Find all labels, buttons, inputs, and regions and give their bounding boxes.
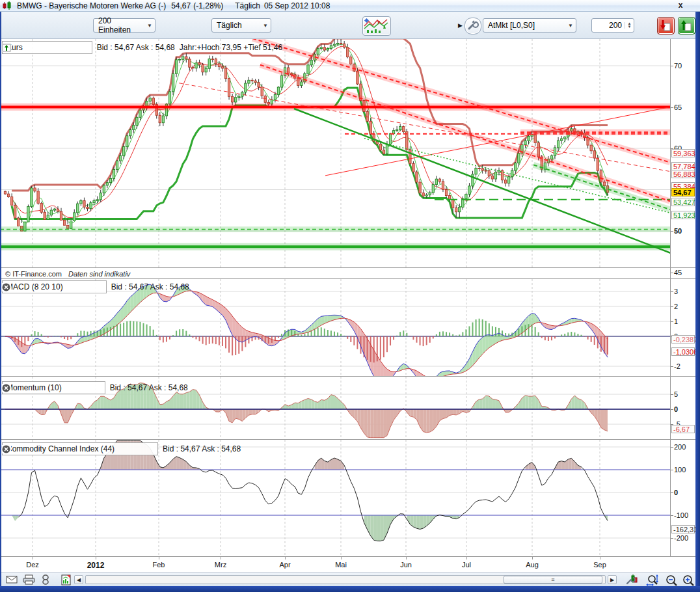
scroll-left-button[interactable]: ◀ — [74, 575, 83, 584]
email-icon[interactable] — [6, 574, 18, 585]
axis-tick-mark — [671, 366, 673, 367]
title-bar[interactable]: BMWG - Bayerische Motoren Werke AG (-) 5… — [0, 0, 700, 12]
trade-settings-button[interactable] — [464, 18, 481, 34]
title-change: (-1,28%) — [193, 1, 223, 10]
value-tag: 56,883 — [671, 170, 695, 178]
price-chart[interactable] — [0, 39, 670, 267]
quantity-stepper[interactable]: 200 ▲ ▼ — [591, 18, 634, 33]
time-axis-tick — [406, 557, 407, 559]
timeframe-dropdown[interactable]: Täglich ▼ — [211, 18, 271, 33]
axis-tick-mark — [671, 470, 673, 470]
time-axis-label: Feb — [144, 561, 173, 569]
cci-panel-header: Commodity Channel Index (44) Bid : 54,67… — [2, 442, 241, 455]
disclaimer-text: Daten sind indikativ — [68, 270, 130, 278]
time-axis-tick — [600, 557, 600, 559]
scroll-right-button[interactable]: ▶ — [608, 575, 617, 584]
zoom-in-icon[interactable] — [682, 574, 693, 585]
quantity-value: 200 — [592, 21, 625, 30]
macd-chart[interactable] — [0, 279, 670, 376]
sell-arrow-icon — [658, 18, 673, 33]
time-axis-label: Sep — [586, 561, 614, 569]
wrench-icon[interactable] — [67, 283, 76, 291]
wrench-icon[interactable] — [66, 384, 75, 392]
wrench-icon[interactable] — [27, 44, 36, 52]
wrench-icon[interactable] — [118, 445, 128, 453]
window-icon[interactable] — [80, 283, 89, 291]
time-axis-label: Mrz — [206, 561, 235, 569]
kurs-panel-header: Kurs Bid : 54,67 Ask : 54,68 Jahr:+Hoch … — [2, 41, 282, 54]
value-axis-column: 70656055504559,36357,78456,88355,38454,6… — [670, 39, 696, 557]
value-tag: 59,363 — [671, 149, 695, 157]
axis-tick-mark — [671, 321, 673, 322]
axis-tick-label: 0 — [674, 488, 678, 497]
time-axis-label: Jun — [392, 561, 420, 569]
time-axis-tick — [285, 557, 286, 559]
chevron-down-icon: ▼ — [142, 23, 152, 29]
window-border-right — [695, 12, 700, 587]
zoom-out-icon[interactable] — [665, 574, 677, 585]
order-type-dropdown[interactable]: AtMkt [L0,S0] ▼ — [483, 18, 576, 33]
link-icon[interactable] — [42, 574, 49, 585]
app-icon — [3, 1, 12, 10]
stepper-down-icon[interactable]: ▼ — [628, 25, 632, 29]
axis-tick-mark — [671, 515, 673, 516]
time-axis-label: Dez — [18, 561, 47, 569]
chart-scrollbar[interactable]: ≡ — [85, 575, 606, 584]
stepper-arrows[interactable]: ▲ ▼ — [625, 22, 634, 29]
axis-tick-label: -100 — [674, 511, 688, 520]
axis-tick-mark — [671, 306, 673, 307]
window-icon[interactable] — [79, 384, 88, 392]
chart-zone: © IT-Finance.com Daten sind indikativ Ku… — [0, 39, 700, 572]
trade-panel-expander-icon[interactable]: ▶ — [458, 22, 463, 29]
zoom-fit-icon[interactable] — [646, 574, 658, 585]
kurs-year-range: Jahr:+Hoch 73,95 +Tief 51,46 — [180, 43, 282, 52]
value-tag: -162,31 — [671, 525, 695, 533]
report-icon[interactable] — [61, 574, 73, 585]
window-icon[interactable] — [40, 44, 49, 52]
cci-chart[interactable] — [0, 440, 670, 556]
macd-panel-header: MACD (8 20 10) Bid : 54,67 Ask : 54,68 — [2, 280, 189, 293]
print-icon[interactable] — [23, 574, 34, 585]
close-panel-icon[interactable] — [92, 384, 101, 392]
buy-marker-icon[interactable] — [79, 44, 88, 52]
chart-style-button[interactable] — [362, 16, 391, 36]
copyright-text: © IT-Finance.com — [5, 270, 62, 278]
window-border-left — [0, 12, 1, 587]
chart-settings-icon[interactable] — [626, 574, 638, 585]
close-panel-icon[interactable] — [53, 44, 62, 52]
buy-button[interactable] — [678, 17, 695, 34]
value-tag: -6,67 — [671, 425, 695, 433]
time-axis-tick — [466, 557, 467, 559]
axis-tick-label: 100 — [674, 465, 686, 474]
cci-bid-ask: Bid : 54,67 Ask : 54,68 — [163, 444, 241, 453]
title-timestamp: 05 Sep 2012 10:08 — [264, 1, 330, 10]
units-dropdown[interactable]: 200 Einheiten ▼ — [93, 18, 155, 33]
chevron-down-icon: ▼ — [563, 23, 573, 29]
time-axis-label: Mai — [327, 561, 355, 569]
sell-marker-icon[interactable] — [66, 44, 75, 52]
time-axis-label: Jul — [452, 561, 481, 569]
sell-button[interactable] — [657, 17, 675, 34]
application-window: BMWG - Bayerische Motoren Werke AG (-) 5… — [0, 0, 700, 592]
axis-tick-label: 3 — [674, 287, 678, 296]
value-tag: 51,923 — [671, 211, 695, 219]
axis-tick-mark — [671, 409, 673, 410]
close-panel-icon[interactable] — [144, 445, 154, 453]
wrench-icon — [465, 18, 479, 33]
scrollbar-thumb[interactable]: ≡ — [504, 576, 602, 584]
value-tag: -0,2387 — [671, 335, 695, 343]
axis-tick-label: 0 — [674, 405, 678, 414]
chevron-down-icon: ▼ — [258, 23, 268, 29]
window-icon[interactable] — [131, 445, 141, 453]
panel-title-cci: Commodity Channel Index (44) — [7, 444, 114, 453]
time-axis: Dez2012FebMrzAprMaiJunJulAugSep — [0, 557, 695, 572]
axis-tick-label: 200 — [674, 442, 686, 451]
time-axis-tick — [33, 557, 33, 559]
axis-tick-mark — [671, 538, 673, 539]
axis-tick-label: 50 — [674, 226, 682, 235]
close-panel-icon[interactable] — [93, 283, 102, 291]
axis-tick-mark — [671, 447, 673, 448]
close-icon[interactable]: x — [675, 1, 686, 10]
panel-title-momentum: Momentum (10) — [7, 383, 62, 392]
time-axis-tick — [221, 557, 221, 559]
